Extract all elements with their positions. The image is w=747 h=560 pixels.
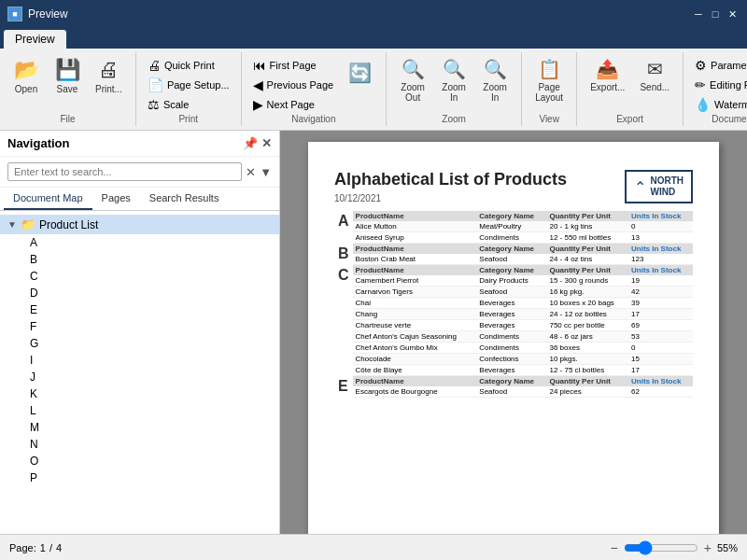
tree-item-j[interactable]: J bbox=[0, 369, 279, 385]
zoom-minus-button[interactable]: − bbox=[611, 540, 618, 555]
open-button[interactable]: 📂 Open bbox=[7, 56, 45, 96]
cell-stock: 19 bbox=[628, 275, 693, 287]
cell-product: Alice Mutton bbox=[353, 221, 477, 232]
cell-stock: 0 bbox=[628, 221, 693, 232]
table-row: C ProductName Category Name Quantity Per… bbox=[334, 265, 693, 276]
tree-item-d[interactable]: D bbox=[0, 285, 279, 301]
refresh-button[interactable]: 🔄 bbox=[341, 56, 378, 86]
tree-item-k[interactable]: K bbox=[0, 385, 279, 402]
cell-product: Chef Anton's Cajun Seasoning bbox=[353, 331, 477, 343]
ribbon-group-document: ⚙ Parameters ✏ Editing Fields 💧 Watermar… bbox=[684, 52, 747, 126]
view-group-content: 📋 PageLayout bbox=[529, 52, 569, 114]
zoom-100-button[interactable]: 🔍 ZoomIn bbox=[435, 56, 472, 105]
tree-item-f[interactable]: F bbox=[0, 318, 279, 335]
tree-toggle-icon: ▼ bbox=[7, 219, 17, 230]
tab-preview[interactable]: Preview bbox=[4, 30, 66, 49]
pin-icon[interactable]: 📌 bbox=[243, 136, 258, 150]
tree-item-m[interactable]: M bbox=[0, 419, 279, 436]
scale-button[interactable]: ⚖ Scale bbox=[144, 95, 233, 114]
parameters-icon: ⚙ bbox=[695, 58, 707, 73]
cell-product: Boston Crab Meat bbox=[353, 254, 477, 265]
save-button[interactable]: 💾 Save bbox=[49, 56, 86, 96]
next-page-icon: ▶ bbox=[253, 97, 263, 112]
ribbon-group-file: 📂 Open 💾 Save 🖨 Print... File bbox=[0, 52, 136, 126]
main-area: Navigation 📌 ✕ ✕ ▼ Document Map Pages Se… bbox=[0, 131, 747, 534]
close-button[interactable]: ✕ bbox=[725, 7, 740, 21]
maximize-button[interactable]: □ bbox=[708, 7, 723, 21]
table-row: Carnarvon Tigers Seafood 16 kg pkg. 42 bbox=[334, 287, 693, 298]
print-button[interactable]: 🖨 Print... bbox=[90, 56, 128, 96]
cell-category: Dairy Products bbox=[476, 275, 546, 287]
page-setup-button[interactable]: 📄 Page Setup... bbox=[144, 76, 233, 94]
quick-print-button[interactable]: 🖨 Quick Print bbox=[144, 56, 233, 75]
next-page-button[interactable]: ▶ Next Page bbox=[249, 95, 338, 114]
send-icon: ✉ bbox=[647, 58, 663, 80]
app-title: Preview bbox=[28, 7, 68, 21]
cell-product: Chai bbox=[353, 298, 477, 309]
editing-fields-button[interactable]: ✏ Editing Fields bbox=[691, 76, 747, 94]
tree-item-l[interactable]: L bbox=[0, 402, 279, 419]
export-group-content: 📤 Export... ✉ Send... bbox=[585, 52, 675, 114]
col-header-qty: Quantity Per Unit bbox=[546, 265, 628, 276]
ribbon: 📂 Open 💾 Save 🖨 Print... File 🖨 Quick Pr… bbox=[0, 49, 747, 131]
cell-qty: 750 cc per bottle bbox=[546, 320, 628, 331]
tree-root-item[interactable]: ▼ 📁 Product List bbox=[0, 215, 279, 234]
search-dropdown-icon[interactable]: ▼ bbox=[260, 165, 272, 179]
tree-item-n[interactable]: N bbox=[0, 436, 279, 453]
parameters-button[interactable]: ⚙ Parameters bbox=[691, 56, 747, 75]
cell-qty: 16 kg pkg. bbox=[546, 287, 628, 298]
cell-category: Seafood bbox=[476, 254, 546, 265]
prev-page-icon: ◀ bbox=[253, 77, 263, 92]
tree-item-b[interactable]: B bbox=[0, 251, 279, 268]
previous-page-button[interactable]: ◀ Previous Page bbox=[249, 76, 338, 94]
search-input[interactable] bbox=[7, 162, 242, 181]
minimize-button[interactable]: ─ bbox=[691, 7, 706, 21]
cell-product: Chocolade bbox=[353, 354, 477, 365]
tree-item-g[interactable]: G bbox=[0, 335, 279, 352]
zoom-in-label: ZoomIn bbox=[483, 82, 507, 103]
table-row: Aniseed Syrup Condiments 12 - 550 ml bot… bbox=[334, 232, 693, 244]
table-row: Chef Anton's Cajun Seasoning Condiments … bbox=[334, 331, 693, 343]
first-page-button[interactable]: ⏮ First Page bbox=[249, 56, 338, 75]
zoom-group-content: 🔍 ZoomOut 🔍 ZoomIn 🔍 ZoomIn bbox=[394, 52, 514, 114]
status-bar: Page: 1 / 4 − + 55% bbox=[0, 534, 747, 560]
zoom-slider[interactable] bbox=[624, 540, 698, 555]
zoom-in-button[interactable]: 🔍 ZoomIn bbox=[476, 56, 514, 105]
tab-pages[interactable]: Pages bbox=[92, 188, 140, 210]
tab-document-map[interactable]: Document Map bbox=[4, 188, 92, 210]
cell-stock: 17 bbox=[628, 309, 693, 320]
zoom-plus-button[interactable]: + bbox=[704, 540, 712, 555]
nav-panel-header: Navigation 📌 ✕ bbox=[0, 131, 279, 157]
ribbon-group-print: 🖨 Quick Print 📄 Page Setup... ⚖ Scale Pr… bbox=[136, 52, 242, 126]
tree-item-i[interactable]: I bbox=[0, 352, 279, 369]
col-header-qty: Quantity Per Unit bbox=[546, 376, 628, 387]
cell-product: Escargots de Bourgogne bbox=[353, 386, 477, 398]
zoom-out-button[interactable]: 🔍 ZoomOut bbox=[394, 56, 431, 105]
send-button[interactable]: ✉ Send... bbox=[634, 56, 675, 94]
quick-print-label: Quick Print bbox=[164, 60, 215, 71]
tree-item-a[interactable]: A bbox=[0, 234, 279, 251]
close-nav-icon[interactable]: ✕ bbox=[261, 136, 272, 150]
page-separator: / bbox=[49, 542, 52, 553]
page-label: Page: bbox=[9, 542, 36, 553]
tab-search-results[interactable]: Search Results bbox=[140, 188, 229, 210]
section-letter-b: B bbox=[334, 244, 353, 265]
print-label: Print... bbox=[95, 84, 122, 94]
cell-stock: 0 bbox=[628, 343, 693, 354]
ribbon-group-export: 📤 Export... ✉ Send... Export bbox=[577, 52, 684, 126]
tree-item-e[interactable]: E bbox=[0, 301, 279, 318]
col-header-productname: ProductName bbox=[353, 265, 477, 276]
search-clear-icon[interactable]: ✕ bbox=[246, 165, 256, 179]
cell-product: Chef Anton's Gumbo Mix bbox=[353, 343, 477, 354]
watermark-button[interactable]: 💧 Watermark bbox=[691, 95, 747, 114]
zoom-group-label: Zoom bbox=[442, 114, 466, 126]
tree-item-o[interactable]: O bbox=[0, 453, 279, 469]
cell-category: Beverages bbox=[476, 309, 546, 320]
col-header-productname: ProductName bbox=[353, 376, 477, 387]
page-layout-button[interactable]: 📋 PageLayout bbox=[529, 56, 569, 105]
page-date: 10/12/2021 bbox=[334, 193, 567, 203]
tree-item-c[interactable]: C bbox=[0, 268, 279, 285]
tree-folder-icon: 📁 bbox=[21, 217, 35, 231]
tree-item-p[interactable]: P bbox=[0, 469, 279, 486]
export-button[interactable]: 📤 Export... bbox=[585, 56, 630, 94]
